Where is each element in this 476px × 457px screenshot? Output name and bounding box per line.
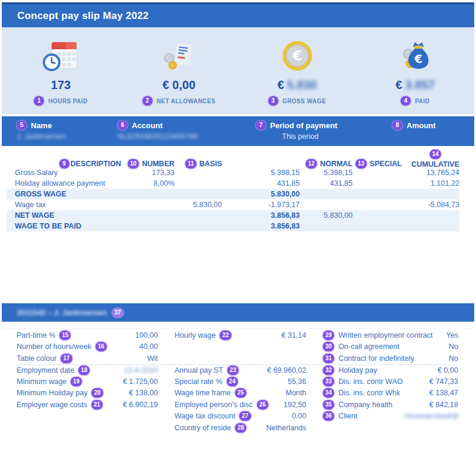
marker-15[interactable]: 15 — [59, 331, 71, 340]
marker-25[interactable]: 25 — [235, 388, 246, 398]
detail-label: Holiday pay — [338, 366, 377, 375]
marker-32[interactable]: 32 — [323, 366, 334, 375]
marker-12[interactable]: 12 — [306, 159, 317, 169]
marker-7[interactable]: 7 — [256, 120, 266, 130]
detail-value: € 747,33 — [429, 377, 458, 386]
marker-19[interactable]: 19 — [71, 377, 82, 386]
metric-label-allowances: NET ALLOWANCES — [157, 98, 215, 104]
metric-label-gross: GROSS WAGE — [283, 98, 326, 104]
col-normal: NORMAL — [320, 160, 353, 168]
table-row: Holiday allowance payment8,00%431,85431,… — [7, 178, 459, 189]
titlebar: Concept pay slip May 2022 — [2, 2, 474, 27]
marker-33[interactable]: 33 — [323, 377, 334, 386]
cell-cumulative: -5.084,73 — [402, 201, 459, 209]
detail-row: Wage tax discount270,0036ClientHoveniers… — [17, 411, 458, 423]
marker-27[interactable]: 27 — [239, 411, 250, 421]
detail-value: € 842,18 — [429, 401, 458, 409]
metric-value-gross: € 5.830 — [238, 78, 356, 93]
cell-amount: -1.973,17 — [222, 201, 300, 209]
marker-5[interactable]: 5 — [17, 120, 27, 130]
marker-3[interactable]: 3 — [268, 96, 278, 106]
marker-26[interactable]: 26 — [257, 400, 268, 410]
redacted-paid-amount: 3.857 — [405, 78, 435, 92]
cell-desc: NET WAGE — [7, 211, 121, 220]
money-bag-icon: € — [356, 38, 474, 74]
marker-30[interactable]: 30 — [323, 342, 334, 351]
detail-value: 12-4-2010 — [124, 366, 158, 375]
col-basis: BASIS — [199, 160, 222, 168]
detail-value: € 138,47 — [429, 389, 458, 397]
detail-label: Written employment contract — [338, 331, 433, 339]
pay-table: 9 DESCRIPTION 10 NUMBER 11 BASIS 12 NORM… — [2, 150, 474, 231]
info-col-amount: 8 Amount — [392, 120, 474, 146]
detail-cell: Hourly wage22€ 31,14 — [174, 331, 306, 340]
detail-cell: Wage tax discount270,00 — [174, 411, 306, 421]
marker-29[interactable]: 29 — [323, 331, 334, 340]
marker-18[interactable]: 18 — [78, 366, 90, 375]
detail-cell: Number of hours/week1640,00 — [17, 342, 158, 351]
marker-21[interactable]: 21 — [91, 400, 103, 410]
cell-amount: 3.856,83 — [222, 222, 300, 230]
cell-desc: WAGE TO BE PAID — [7, 222, 121, 230]
pay-table-body: Gross Salary173,335.398,155.398,1513.765… — [7, 167, 459, 231]
detail-cell: Employment date1812-4-2010 — [17, 366, 158, 375]
detail-cell: Minimum Holiday pay20€ 138,00 — [17, 388, 158, 398]
detail-cell: 32Holiday pay€ 0,00 — [323, 366, 458, 375]
cell-cumulative: 13.765,24 — [402, 169, 459, 177]
info-col-period: 7 Period of payment This period — [256, 120, 392, 146]
marker-20[interactable]: 20 — [91, 388, 103, 398]
marker-4[interactable]: 4 — [401, 96, 411, 106]
detail-cell: 31Contract for indefinitelyNo — [323, 354, 458, 363]
detail-cell: 34Dis. ins. contr Whk€ 138,47 — [323, 388, 458, 398]
marker-2[interactable]: 2 — [142, 96, 153, 106]
detail-value: € 0,00 — [437, 366, 458, 375]
amount-label: Amount — [407, 121, 436, 130]
marker-16[interactable]: 16 — [96, 342, 107, 351]
table-row: GROSS WAGE5.830,00 — [7, 189, 459, 199]
marker-11[interactable]: 11 — [185, 159, 196, 169]
detail-value: 40,00 — [139, 342, 158, 351]
marker-37[interactable]: 37 — [112, 308, 123, 318]
table-row: Wage tax5.830,00-1.973,17-5.084,73 — [7, 199, 459, 210]
metric-net-allowances: € 0,00 2 NET ALLOWANCES — [120, 38, 238, 114]
cell-amount: 5.398,15 — [222, 169, 300, 177]
col-number: NUMBER — [142, 160, 174, 168]
marker-23[interactable]: 23 — [227, 366, 239, 375]
detail-value: 100,00 — [135, 331, 158, 339]
marker-13[interactable]: 13 — [356, 159, 367, 169]
period-value: This period — [256, 132, 392, 141]
marker-36[interactable]: 36 — [323, 411, 334, 421]
metric-hours-paid: 173 1 HOURS PAID — [2, 38, 120, 114]
employee-bar: 2011542 – J. Janbroersen 37 — [2, 303, 474, 322]
calendar-clock-icon — [2, 38, 120, 74]
marker-17[interactable]: 17 — [61, 354, 72, 363]
marker-34[interactable]: 34 — [323, 388, 334, 398]
col-special: SPECIAL — [370, 160, 402, 168]
marker-24[interactable]: 24 — [227, 377, 238, 386]
cell-amount: 5.830,00 — [222, 190, 300, 198]
detail-row: Employment date1812-4-2010Annual pay ST2… — [17, 364, 458, 376]
marker-6[interactable]: 6 — [118, 120, 128, 130]
marker-8[interactable]: 8 — [392, 120, 402, 130]
col-description: DESCRIPTION — [71, 160, 121, 168]
page-title: Concept pay slip May 2022 — [17, 10, 148, 22]
marker-1[interactable]: 1 — [34, 96, 44, 106]
marker-35[interactable]: 35 — [323, 400, 334, 410]
detail-cell: Country of reside28Netherlands — [174, 423, 306, 433]
marker-28[interactable]: 28 — [235, 423, 246, 433]
marker-31[interactable]: 31 — [323, 354, 334, 363]
marker-22[interactable]: 22 — [220, 331, 231, 340]
marker-14[interactable]: 14 — [430, 150, 441, 159]
detail-cell: Special rate %2455,36 — [174, 377, 306, 386]
col-cumulative: CUMULATIVE — [411, 160, 459, 169]
detail-cell: Employed person's disc26192,50 — [174, 400, 306, 410]
metric-value-allowances: € 0,00 — [120, 78, 238, 93]
detail-row: Table colour17Wit31Contract for indefini… — [17, 353, 458, 364]
detail-cell: Employer wage costs21€ 6.902,19 — [17, 400, 158, 410]
detail-label: Client — [338, 412, 357, 420]
metric-paid: € € 3.857 4 PAID — [356, 38, 474, 114]
period-label: Period of payment — [270, 121, 337, 130]
marker-9[interactable]: 9 — [59, 159, 69, 169]
receipt-icon — [120, 38, 238, 74]
marker-10[interactable]: 10 — [128, 159, 139, 169]
